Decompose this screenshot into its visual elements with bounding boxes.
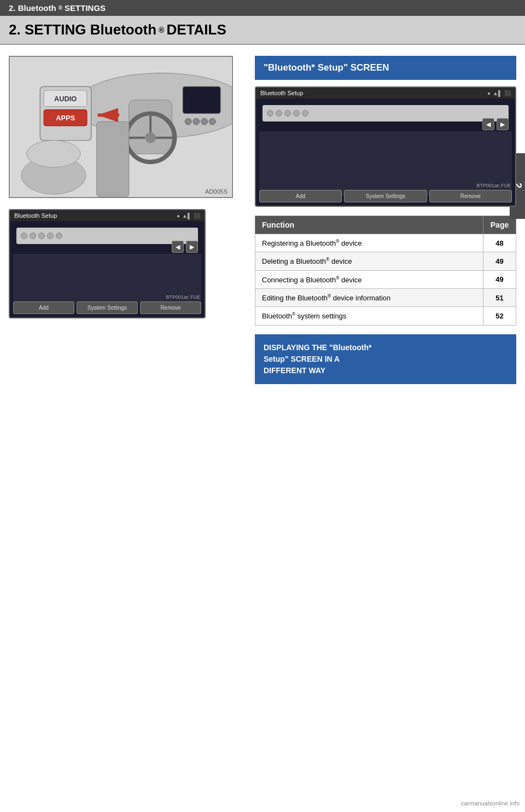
bt-add-btn-small[interactable]: Add <box>13 301 74 314</box>
bt-empty-area-large <box>259 131 512 196</box>
bt-screen-footer-small: BTP001ac FUE <box>166 294 200 300</box>
bt-nav-btns-large: ◀ ▶ <box>482 118 509 130</box>
car-diagram-svg: AUDIO APPS <box>10 57 232 197</box>
table-row: Connecting a Bluetooth® device49 <box>255 270 516 288</box>
table-row: Deleting a Bluetooth® device49 <box>255 252 516 270</box>
table-header-row: Function Page <box>255 216 516 234</box>
bt-dot <box>38 233 45 239</box>
svg-point-12 <box>201 118 208 125</box>
bt-system-btn-small[interactable]: System Settings <box>77 301 138 314</box>
bt-screen-small-header: Bluetooth Setup ● ▲▌ ⬛ <box>10 210 205 221</box>
page-title-bar: 2. SETTING Bluetooth® DETAILS <box>0 16 525 45</box>
svg-point-22 <box>27 141 80 167</box>
function-cell: Deleting a Bluetooth® device <box>255 252 483 270</box>
function-cell: Connecting a Bluetooth® device <box>255 270 483 288</box>
bt-device-list-large <box>262 105 509 121</box>
table-row: Bluetooth® system settings52 <box>255 307 516 325</box>
section-label: 2. Bluetooth <box>9 3 56 13</box>
bt-dot <box>284 110 291 117</box>
bt-bottom-btns-large: Add System Settings Remove <box>259 190 512 202</box>
svg-point-10 <box>185 118 191 125</box>
info-line3: DIFFERENT WAY <box>264 365 508 376</box>
page-title-prefix: 2. SETTING Bluetooth <box>9 21 156 38</box>
page-cell: 52 <box>483 307 516 325</box>
bt-dot <box>293 110 300 117</box>
bt-remove-btn-large[interactable]: Remove <box>429 190 512 202</box>
svg-rect-9 <box>183 86 220 113</box>
bt-dot <box>21 233 27 239</box>
bt-screen-small-title: Bluetooth Setup <box>14 212 57 219</box>
bt-screen-title-text: "Bluetooth* Setup" SCREEN <box>264 62 389 73</box>
bt-dot <box>56 233 62 239</box>
bt-screen-large-header: Bluetooth Setup ● ▲▌ ⬛ <box>256 88 515 98</box>
svg-rect-8 <box>97 121 129 197</box>
page-title-suffix: DETAILS <box>166 21 226 38</box>
bt-system-btn-large[interactable]: System Settings <box>344 190 427 202</box>
car-diagram: AUDIO APPS AD005S <box>9 56 233 198</box>
function-cell: Registering a Bluetooth® device <box>255 234 483 252</box>
bt-nav-next-small[interactable]: ▶ <box>186 241 198 253</box>
bt-nav-prev-small[interactable]: ◀ <box>172 241 184 253</box>
bt-dot <box>47 233 54 239</box>
bt-nav-next-large[interactable]: ▶ <box>497 118 509 130</box>
bt-nav-btns-small: ◀ ▶ <box>172 241 198 253</box>
col-function-header: Function <box>255 216 483 234</box>
section-suffix: SETTINGS <box>65 3 106 13</box>
bt-screen-small: Bluetooth Setup ● ▲▌ ⬛ <box>9 209 206 318</box>
table-row: Editing the Bluetooth® device informatio… <box>255 288 516 306</box>
main-content: AUDIO APPS AD005S Bluetooth Setup ● ▲▌ <box>0 45 525 395</box>
bt-nav-prev-large[interactable]: ◀ <box>482 118 494 130</box>
bt-screen-large: Bluetooth Setup ● ▲▌ ⬛ <box>255 86 516 207</box>
bt-remove-btn-small[interactable]: Remove <box>140 301 201 314</box>
right-column: "Bluetooth* Setup" SCREEN Bluetooth Setu… <box>255 56 516 384</box>
bt-dot <box>267 110 273 117</box>
info-line2: Setup" SCREEN IN A <box>264 353 508 365</box>
svg-point-13 <box>209 118 215 125</box>
bt-bottom-btns-small: Add System Settings Remove <box>13 301 201 314</box>
bt-dot <box>30 233 36 239</box>
svg-point-11 <box>193 118 200 125</box>
function-cell: Bluetooth® system settings <box>255 307 483 325</box>
bt-add-btn-large[interactable]: Add <box>259 190 342 202</box>
bt-screen-title-box: "Bluetooth* Setup" SCREEN <box>255 56 516 80</box>
svg-rect-20 <box>98 113 119 117</box>
svg-point-4 <box>145 132 156 143</box>
page-cell: 49 <box>483 252 516 270</box>
page-cell: 48 <box>483 234 516 252</box>
bt-dots-large <box>267 110 308 117</box>
bt-screen-large-icons: ● ▲▌ ⬛ <box>487 90 511 96</box>
bt-screen-small-icons: ● ▲▌ ⬛ <box>177 213 200 219</box>
bt-device-list-small <box>16 228 198 244</box>
bt-dot <box>302 110 308 117</box>
diagram-label: AD005S <box>205 188 228 195</box>
info-line1: DISPLAYING THE "Bluetooth* <box>264 342 508 353</box>
bt-screen-footer-large: BTP001ac FUE <box>476 183 511 188</box>
watermark: carmanualsonline.info <box>461 800 520 807</box>
function-table: Function Page Registering a Bluetooth® d… <box>255 216 516 326</box>
left-column: AUDIO APPS AD005S Bluetooth Setup ● ▲▌ <box>9 56 244 384</box>
table-row: Registering a Bluetooth® device48 <box>255 234 516 252</box>
page-cell: 51 <box>483 288 516 306</box>
bt-screen-large-title: Bluetooth Setup <box>260 90 303 96</box>
registered-mark-title: ® <box>159 26 164 34</box>
bt-dots-small <box>21 233 62 239</box>
registered-mark: ® <box>59 5 62 11</box>
section-header: 2. Bluetooth® SETTINGS <box>0 0 525 16</box>
info-box: DISPLAYING THE "Bluetooth* Setup" SCREEN… <box>255 334 516 384</box>
page-cell: 49 <box>483 270 516 288</box>
function-cell: Editing the Bluetooth® device informatio… <box>255 288 483 306</box>
svg-text:APPS: APPS <box>56 114 75 122</box>
bt-dot <box>276 110 282 117</box>
svg-text:AUDIO: AUDIO <box>54 95 77 103</box>
